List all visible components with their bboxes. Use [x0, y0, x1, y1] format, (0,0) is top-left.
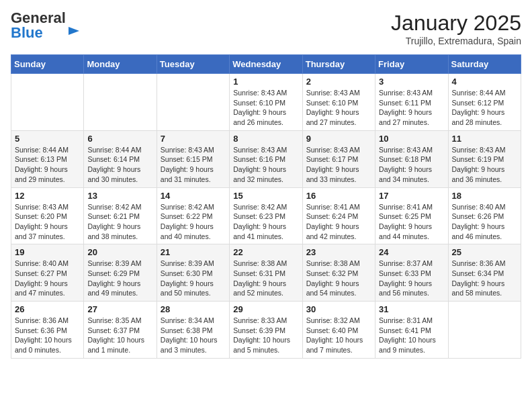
- day-info: Sunrise: 8:41 AM Sunset: 6:25 PM Dayligh…: [379, 202, 444, 242]
- day-number: 30: [306, 304, 371, 314]
- logo: General Blue: [11, 11, 81, 40]
- weekday-header-sunday: Sunday: [11, 55, 84, 74]
- page-header: General Blue January 2025 Trujillo, Extr…: [11, 11, 521, 46]
- day-number: 29: [233, 304, 298, 314]
- day-info: Sunrise: 8:39 AM Sunset: 6:30 PM Dayligh…: [161, 259, 226, 298]
- calendar-cell: 24Sunrise: 8:37 AM Sunset: 6:33 PM Dayli…: [375, 244, 448, 302]
- calendar-cell: 21Sunrise: 8:39 AM Sunset: 6:30 PM Dayli…: [157, 244, 229, 302]
- day-number: 21: [161, 247, 226, 257]
- weekday-header-thursday: Thursday: [302, 55, 375, 74]
- calendar-cell: 19Sunrise: 8:40 AM Sunset: 6:27 PM Dayli…: [11, 244, 84, 302]
- weekday-header-row: SundayMondayTuesdayWednesdayThursdayFrid…: [11, 55, 521, 74]
- calendar-cell: 5Sunrise: 8:44 AM Sunset: 6:13 PM Daylig…: [11, 130, 84, 187]
- day-number: 28: [161, 304, 226, 314]
- week-row-1: 1Sunrise: 8:43 AM Sunset: 6:10 PM Daylig…: [11, 74, 521, 131]
- calendar-cell: 3Sunrise: 8:43 AM Sunset: 6:11 PM Daylig…: [375, 74, 448, 131]
- calendar-cell: 23Sunrise: 8:38 AM Sunset: 6:32 PM Dayli…: [302, 244, 375, 302]
- calendar-cell: 26Sunrise: 8:36 AM Sunset: 6:36 PM Dayli…: [11, 302, 84, 359]
- day-info: Sunrise: 8:36 AM Sunset: 6:36 PM Dayligh…: [15, 316, 80, 355]
- day-number: 16: [306, 191, 371, 201]
- day-info: Sunrise: 8:38 AM Sunset: 6:31 PM Dayligh…: [233, 259, 298, 298]
- day-number: 20: [87, 247, 152, 257]
- weekday-header-monday: Monday: [84, 55, 157, 74]
- calendar-cell: 20Sunrise: 8:39 AM Sunset: 6:29 PM Dayli…: [84, 244, 157, 302]
- svg-marker-0: [69, 27, 79, 35]
- day-number: 10: [379, 134, 444, 144]
- day-info: Sunrise: 8:44 AM Sunset: 6:14 PM Dayligh…: [87, 145, 152, 185]
- location-text: Trujillo, Extremadura, Spain: [391, 36, 521, 46]
- logo-flag-icon: [67, 26, 81, 39]
- day-info: Sunrise: 8:40 AM Sunset: 6:26 PM Dayligh…: [452, 202, 517, 242]
- day-info: Sunrise: 8:42 AM Sunset: 6:21 PM Dayligh…: [87, 202, 152, 242]
- calendar-cell: 15Sunrise: 8:42 AM Sunset: 6:23 PM Dayli…: [230, 187, 302, 244]
- day-number: 22: [233, 247, 298, 257]
- day-info: Sunrise: 8:43 AM Sunset: 6:10 PM Dayligh…: [233, 88, 298, 128]
- day-number: 15: [233, 191, 298, 201]
- day-number: 3: [379, 77, 444, 87]
- day-info: Sunrise: 8:43 AM Sunset: 6:15 PM Dayligh…: [161, 145, 226, 185]
- week-row-2: 5Sunrise: 8:44 AM Sunset: 6:13 PM Daylig…: [11, 130, 521, 187]
- day-number: 31: [379, 304, 444, 314]
- day-info: Sunrise: 8:31 AM Sunset: 6:41 PM Dayligh…: [379, 316, 444, 355]
- day-number: 26: [15, 304, 80, 314]
- day-info: Sunrise: 8:43 AM Sunset: 6:11 PM Dayligh…: [379, 88, 444, 128]
- calendar-cell: 28Sunrise: 8:34 AM Sunset: 6:38 PM Dayli…: [157, 302, 229, 359]
- day-number: 4: [452, 77, 517, 87]
- calendar-table: SundayMondayTuesdayWednesdayThursdayFrid…: [11, 54, 521, 359]
- day-info: Sunrise: 8:32 AM Sunset: 6:40 PM Dayligh…: [306, 316, 371, 355]
- day-number: 19: [15, 247, 80, 257]
- weekday-header-friday: Friday: [375, 55, 448, 74]
- day-info: Sunrise: 8:36 AM Sunset: 6:34 PM Dayligh…: [452, 259, 517, 298]
- calendar-cell: 14Sunrise: 8:42 AM Sunset: 6:22 PM Dayli…: [157, 187, 229, 244]
- day-number: 7: [161, 134, 226, 144]
- day-info: Sunrise: 8:43 AM Sunset: 6:17 PM Dayligh…: [306, 145, 371, 185]
- day-number: 5: [15, 134, 80, 144]
- calendar-cell: 8Sunrise: 8:43 AM Sunset: 6:16 PM Daylig…: [230, 130, 302, 187]
- calendar-cell: 2Sunrise: 8:43 AM Sunset: 6:10 PM Daylig…: [302, 74, 375, 131]
- calendar-cell: 7Sunrise: 8:43 AM Sunset: 6:15 PM Daylig…: [157, 130, 229, 187]
- day-info: Sunrise: 8:43 AM Sunset: 6:18 PM Dayligh…: [379, 145, 444, 185]
- day-info: Sunrise: 8:43 AM Sunset: 6:20 PM Dayligh…: [15, 202, 80, 242]
- calendar-cell: 1Sunrise: 8:43 AM Sunset: 6:10 PM Daylig…: [230, 74, 302, 131]
- day-info: Sunrise: 8:35 AM Sunset: 6:37 PM Dayligh…: [87, 316, 152, 355]
- week-row-3: 12Sunrise: 8:43 AM Sunset: 6:20 PM Dayli…: [11, 187, 521, 244]
- day-number: 23: [306, 247, 371, 257]
- calendar-cell: 25Sunrise: 8:36 AM Sunset: 6:34 PM Dayli…: [448, 244, 521, 302]
- weekday-header-tuesday: Tuesday: [157, 55, 229, 74]
- calendar-cell: [11, 74, 84, 131]
- day-info: Sunrise: 8:34 AM Sunset: 6:38 PM Dayligh…: [161, 316, 226, 355]
- calendar-cell: 11Sunrise: 8:43 AM Sunset: 6:19 PM Dayli…: [448, 130, 521, 187]
- weekday-header-saturday: Saturday: [448, 55, 521, 74]
- week-row-5: 26Sunrise: 8:36 AM Sunset: 6:36 PM Dayli…: [11, 302, 521, 359]
- weekday-header-wednesday: Wednesday: [230, 55, 302, 74]
- day-info: Sunrise: 8:37 AM Sunset: 6:33 PM Dayligh…: [379, 259, 444, 298]
- day-number: 24: [379, 247, 444, 257]
- calendar-cell: [157, 74, 229, 131]
- calendar-cell: 27Sunrise: 8:35 AM Sunset: 6:37 PM Dayli…: [84, 302, 157, 359]
- day-info: Sunrise: 8:41 AM Sunset: 6:24 PM Dayligh…: [306, 202, 371, 242]
- calendar-cell: 31Sunrise: 8:31 AM Sunset: 6:41 PM Dayli…: [375, 302, 448, 359]
- day-number: 8: [233, 134, 298, 144]
- day-number: 14: [161, 191, 226, 201]
- day-number: 25: [452, 247, 517, 257]
- calendar-cell: [84, 74, 157, 131]
- day-number: 17: [379, 191, 444, 201]
- calendar-cell: 18Sunrise: 8:40 AM Sunset: 6:26 PM Dayli…: [448, 187, 521, 244]
- calendar-cell: 29Sunrise: 8:33 AM Sunset: 6:39 PM Dayli…: [230, 302, 302, 359]
- day-info: Sunrise: 8:38 AM Sunset: 6:32 PM Dayligh…: [306, 259, 371, 298]
- day-number: 11: [452, 134, 517, 144]
- day-number: 27: [87, 304, 152, 314]
- day-info: Sunrise: 8:40 AM Sunset: 6:27 PM Dayligh…: [15, 259, 80, 298]
- day-info: Sunrise: 8:42 AM Sunset: 6:23 PM Dayligh…: [233, 202, 298, 242]
- calendar-cell: 9Sunrise: 8:43 AM Sunset: 6:17 PM Daylig…: [302, 130, 375, 187]
- calendar-cell: 16Sunrise: 8:41 AM Sunset: 6:24 PM Dayli…: [302, 187, 375, 244]
- day-info: Sunrise: 8:43 AM Sunset: 6:19 PM Dayligh…: [452, 145, 517, 185]
- month-title: January 2025: [391, 11, 521, 36]
- day-number: 12: [15, 191, 80, 201]
- day-info: Sunrise: 8:33 AM Sunset: 6:39 PM Dayligh…: [233, 316, 298, 355]
- calendar-cell: [448, 302, 521, 359]
- day-number: 13: [87, 191, 152, 201]
- calendar-cell: 13Sunrise: 8:42 AM Sunset: 6:21 PM Dayli…: [84, 187, 157, 244]
- day-number: 1: [233, 77, 298, 87]
- day-info: Sunrise: 8:44 AM Sunset: 6:12 PM Dayligh…: [452, 88, 517, 128]
